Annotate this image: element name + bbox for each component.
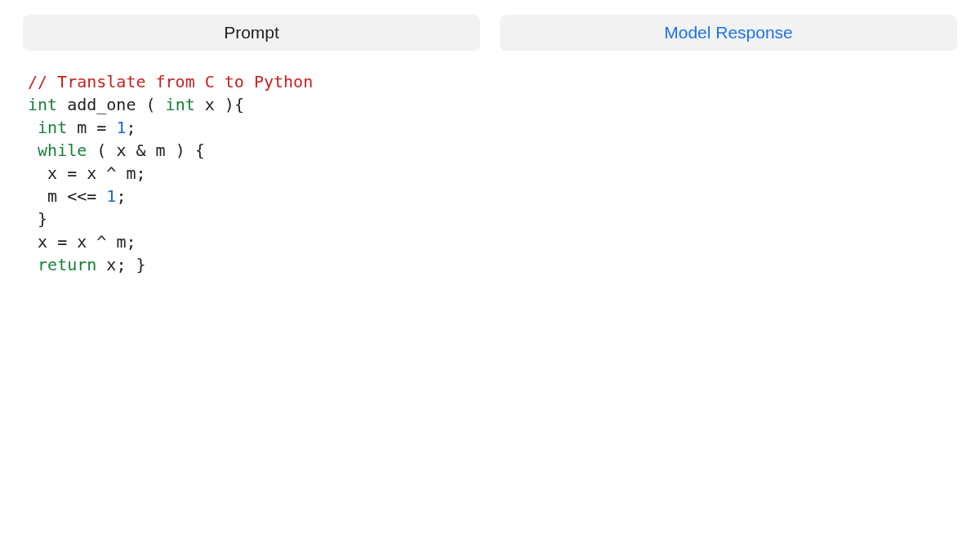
lparen: ( — [146, 95, 166, 114]
rparen-brace: ){ — [225, 95, 244, 114]
indent — [28, 255, 38, 274]
indent — [28, 186, 47, 206]
code-comment: // Translate from C to Python — [28, 72, 313, 91]
assign-xor: x = x ^ m; — [47, 163, 145, 183]
param-x: x — [195, 95, 225, 114]
indent — [28, 140, 38, 160]
semicolon: ; — [116, 186, 126, 206]
response-header: Model Response — [500, 15, 957, 51]
number-one: 1 — [116, 118, 126, 137]
assign-xor: x = x ^ m; — [38, 232, 136, 252]
two-column-layout: Prompt // Translate from C to Python int… — [23, 15, 957, 276]
indent — [28, 163, 47, 183]
function-name: add_one — [57, 95, 145, 114]
indent — [28, 118, 38, 137]
decl-m: m = — [67, 118, 116, 137]
while-condition: ( x & m ) { — [87, 140, 205, 160]
indent — [28, 209, 38, 229]
keyword-while: while — [38, 140, 87, 160]
shift-lhs: m <<= — [47, 186, 106, 206]
prompt-code-block: // Translate from C to Python int add_on… — [23, 70, 480, 276]
keyword-int: int — [166, 95, 195, 114]
keyword-int: int — [28, 95, 57, 114]
prompt-column: Prompt // Translate from C to Python int… — [23, 15, 480, 276]
indent — [28, 232, 38, 252]
keyword-return: return — [38, 255, 96, 274]
response-column: Model Response — [500, 15, 957, 276]
number-one: 1 — [106, 186, 116, 206]
brace-close: } — [38, 209, 47, 229]
return-tail: x; } — [96, 255, 145, 274]
semicolon: ; — [126, 118, 136, 137]
prompt-header: Prompt — [23, 15, 480, 51]
keyword-int: int — [38, 118, 67, 137]
